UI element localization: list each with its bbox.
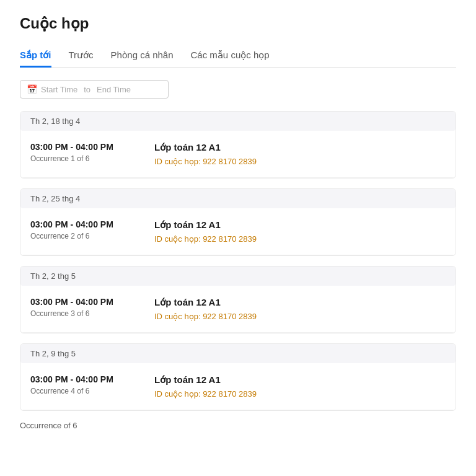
meeting-id: ID cuộc họp: 922 8170 2839: [154, 234, 446, 244]
meeting-time-block: 03:00 PM - 04:00 PMOccurrence 3 of 6: [30, 297, 130, 318]
meeting-time-block: 03:00 PM - 04:00 PMOccurrence 1 of 6: [30, 142, 130, 163]
page-title: Cuộc họp: [20, 15, 456, 32]
group-date-header: Th 2, 9 thg 5: [20, 344, 456, 363]
date-separator: to: [84, 85, 90, 94]
meeting-id: ID cuộc họp: 922 8170 2839: [154, 312, 446, 321]
group-date-header: Th 2, 18 thg 4: [20, 112, 456, 131]
meeting-name: Lớp toán 12 A1: [154, 142, 446, 153]
meeting-item[interactable]: 03:00 PM - 04:00 PMOccurrence 4 of 6Lớp …: [20, 363, 456, 410]
meeting-group: Th 2, 18 thg 403:00 PM - 04:00 PMOccurre…: [20, 111, 456, 178]
meeting-name: Lớp toán 12 A1: [154, 374, 446, 386]
meeting-group: Th 2, 2 thg 503:00 PM - 04:00 PMOccurren…: [20, 266, 456, 333]
pagination-info: Occurrence of 6: [20, 421, 456, 430]
meeting-time-block: 03:00 PM - 04:00 PMOccurrence 4 of 6: [30, 374, 130, 395]
meeting-occurrence: Occurrence 1 of 6: [30, 154, 130, 163]
meeting-time: 03:00 PM - 04:00 PM: [30, 297, 130, 307]
end-time-placeholder: End Time: [97, 85, 131, 94]
meeting-details: Lớp toán 12 A1ID cuộc họp: 922 8170 2839: [154, 219, 446, 244]
tab-templates[interactable]: Các mẫu cuộc họp: [191, 45, 270, 68]
meeting-details: Lớp toán 12 A1ID cuộc họp: 922 8170 2839: [154, 297, 446, 321]
meeting-details: Lớp toán 12 A1ID cuộc họp: 922 8170 2839: [154, 374, 446, 399]
tab-previous[interactable]: Trước: [69, 45, 94, 68]
start-time-placeholder: Start Time: [41, 85, 77, 94]
tab-nav: Sắp tới Trước Phòng cá nhân Các mẫu cuộc…: [20, 45, 456, 68]
meeting-occurrence: Occurrence 2 of 6: [30, 232, 130, 240]
meeting-details: Lớp toán 12 A1ID cuộc họp: 922 8170 2839: [154, 142, 446, 166]
meeting-group: Th 2, 9 thg 503:00 PM - 04:00 PMOccurren…: [20, 343, 456, 411]
meeting-time: 03:00 PM - 04:00 PM: [30, 142, 130, 152]
meeting-item[interactable]: 03:00 PM - 04:00 PMOccurrence 2 of 6Lớp …: [20, 208, 456, 255]
meeting-name: Lớp toán 12 A1: [154, 297, 446, 308]
meeting-item[interactable]: 03:00 PM - 04:00 PMOccurrence 3 of 6Lớp …: [20, 286, 456, 333]
tab-upcoming[interactable]: Sắp tới: [20, 45, 51, 68]
date-range-filter[interactable]: 📅 Start Time to End Time: [20, 80, 169, 99]
meeting-group: Th 2, 25 thg 403:00 PM - 04:00 PMOccurre…: [20, 188, 456, 256]
meeting-id: ID cuộc họp: 922 8170 2839: [154, 389, 446, 399]
meeting-id: ID cuộc họp: 922 8170 2839: [154, 157, 446, 166]
meeting-time: 03:00 PM - 04:00 PM: [30, 219, 130, 229]
group-date-header: Th 2, 2 thg 5: [20, 267, 456, 286]
tab-personal-room[interactable]: Phòng cá nhân: [111, 45, 174, 68]
group-date-header: Th 2, 25 thg 4: [20, 189, 456, 208]
meeting-time-block: 03:00 PM - 04:00 PMOccurrence 2 of 6: [30, 219, 130, 240]
meeting-occurrence: Occurrence 4 of 6: [30, 387, 130, 395]
meeting-time: 03:00 PM - 04:00 PM: [30, 374, 130, 384]
meeting-occurrence: Occurrence 3 of 6: [30, 309, 130, 318]
meetings-list: Th 2, 18 thg 403:00 PM - 04:00 PMOccurre…: [20, 111, 456, 411]
calendar-icon: 📅: [27, 84, 37, 94]
meeting-name: Lớp toán 12 A1: [154, 219, 446, 231]
meeting-item[interactable]: 03:00 PM - 04:00 PMOccurrence 1 of 6Lớp …: [20, 131, 456, 178]
